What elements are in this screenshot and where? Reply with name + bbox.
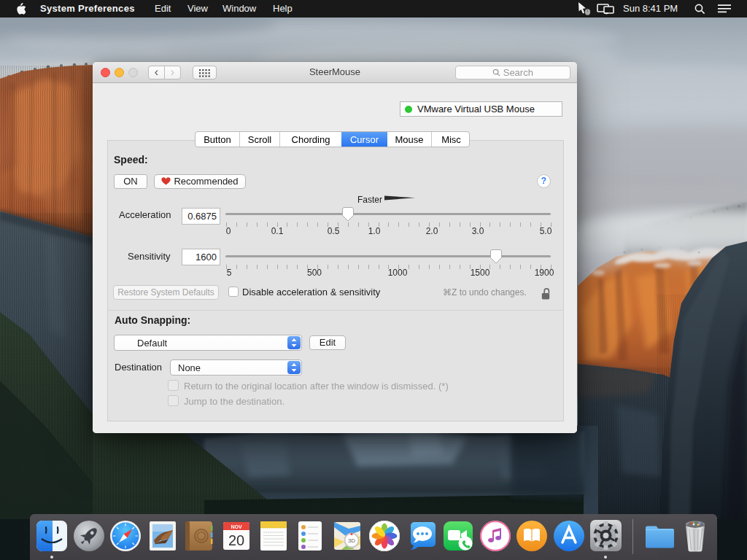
svg-text:3D: 3D — [348, 537, 355, 544]
svg-text:20: 20 — [228, 532, 244, 548]
svg-text:NOV: NOV — [231, 524, 242, 529]
